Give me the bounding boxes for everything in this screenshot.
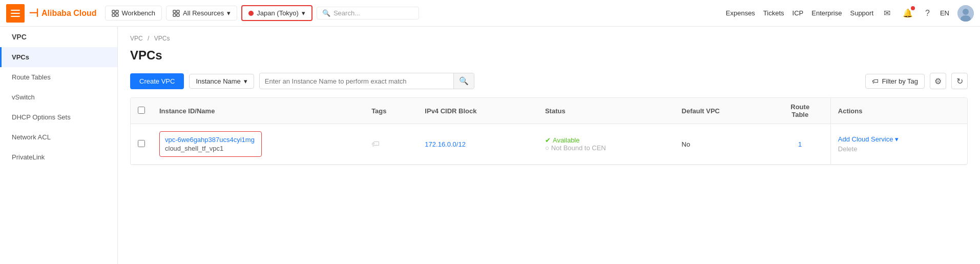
search-bar[interactable]: 🔍 Search... [317, 7, 419, 19]
svg-rect-0 [11, 10, 20, 11]
add-chevron-icon[interactable]: ▾ [895, 135, 899, 143]
svg-rect-4 [116, 10, 118, 13]
sidebar-item-dhcp[interactable]: DHCP Options Sets [0, 107, 117, 127]
status-not-bound-text: Not Bound to CEN [551, 144, 606, 152]
notification-badge [911, 6, 915, 10]
logo-text: Alibaba Cloud [41, 9, 97, 18]
instance-name-dropdown[interactable]: Instance Name ▾ [189, 74, 254, 89]
status-available: ✔ Available [545, 136, 668, 144]
sidebar-item-route-tables[interactable]: Route Tables [0, 67, 117, 87]
avatar[interactable] [957, 5, 974, 22]
create-vpc-button[interactable]: Create VPC [130, 73, 184, 89]
route-table-link[interactable]: 1 [798, 140, 802, 148]
breadcrumb-vpcs[interactable]: VPCs [154, 35, 170, 42]
instance-name-label: Instance Name [196, 77, 240, 85]
message-button[interactable]: ✉ [882, 6, 892, 20]
filter-search-button[interactable]: 🔍 [453, 73, 474, 89]
workbench-label: Workbench [122, 9, 156, 17]
cidr-link[interactable]: 172.16.0.0/12 [425, 140, 466, 148]
table-row: vpc-6we6gahp387ucs4cyi1mg cloud_shell_tf… [131, 124, 967, 165]
nav-support[interactable]: Support [850, 9, 873, 17]
filter-by-tag-button[interactable]: 🏷 Filter by Tag [865, 74, 925, 89]
help-button[interactable]: ? [923, 7, 932, 20]
refresh-icon-button[interactable]: ↻ [951, 73, 968, 89]
all-resources-label: All Resources [183, 9, 224, 17]
nav-links: Expenses Tickets ICP Enterprise Support … [726, 5, 974, 22]
svg-rect-2 [11, 16, 20, 17]
filter-input[interactable] [260, 74, 453, 88]
col-status: Status [538, 98, 675, 124]
add-cloud-service-button[interactable]: Add Cloud Service [838, 135, 893, 143]
sidebar-item-network-acl[interactable]: Network ACL [0, 127, 117, 147]
vpc-table: Instance ID/Name Tags IPv4 CIDR Block St… [130, 97, 968, 165]
main-content: VPC / VPCs VPCs Create VPC Instance Name… [118, 27, 980, 264]
default-vpc-value: No [682, 140, 691, 148]
svg-rect-9 [173, 14, 176, 16]
sidebar: VPC VPCs Route Tables vSwitch DHCP Optio… [0, 27, 118, 264]
region-button[interactable]: Japan (Tokyo) ▾ [241, 5, 312, 21]
notification-button[interactable]: 🔔 [901, 6, 915, 20]
sidebar-item-privatelink[interactable]: PrivateLink [0, 147, 117, 167]
hamburger-button[interactable] [6, 4, 25, 23]
filter-tag-icon: 🏷 [872, 77, 879, 85]
vpc-table-element: Instance ID/Name Tags IPv4 CIDR Block St… [131, 98, 967, 165]
sidebar-item-vpc-top[interactable]: VPC [0, 27, 117, 47]
nav-expenses[interactable]: Expenses [726, 9, 755, 17]
layout: VPC VPCs Route Tables vSwitch DHCP Optio… [0, 27, 980, 264]
table-header-row: Instance ID/Name Tags IPv4 CIDR Block St… [131, 98, 967, 124]
status-not-bound: ○ Not Bound to CEN [545, 144, 668, 152]
workbench-button[interactable]: Workbench [105, 6, 162, 21]
svg-rect-3 [112, 10, 115, 13]
toolbar: Create VPC Instance Name ▾ 🔍 🏷 Filter by… [130, 73, 968, 89]
svg-rect-5 [112, 14, 115, 16]
col-cidr: IPv4 CIDR Block [418, 98, 538, 124]
instance-cell: vpc-6we6gahp387ucs4cyi1mg cloud_shell_tf… [159, 131, 262, 157]
svg-rect-10 [177, 14, 179, 16]
breadcrumb: VPC / VPCs [130, 35, 968, 42]
status-available-text: Available [553, 136, 580, 144]
delete-button[interactable]: Delete [838, 145, 960, 153]
instance-id-link[interactable]: vpc-6we6gahp387ucs4cyi1mg [165, 136, 255, 144]
svg-point-12 [963, 9, 969, 15]
check-icon: ✔ [545, 136, 551, 144]
settings-icon-button[interactable]: ⚙ [930, 73, 946, 89]
nav-tickets[interactable]: Tickets [763, 9, 784, 17]
logo: ⊣ Alibaba Cloud [29, 7, 97, 20]
all-resources-button[interactable]: All Resources ▾ [166, 6, 237, 21]
region-label: Japan (Tokyo) [257, 9, 299, 17]
region-dot-icon [248, 11, 254, 16]
actions-cell: Add Cloud Service ▾ Delete [830, 124, 967, 165]
col-tags: Tags [364, 98, 418, 124]
breadcrumb-sep: / [148, 35, 149, 42]
col-default-vpc: Default VPC [675, 98, 770, 124]
filter-input-area[interactable]: 🔍 [259, 73, 474, 89]
nav-enterprise[interactable]: Enterprise [811, 9, 842, 17]
page-title: VPCs [130, 48, 968, 63]
select-all-checkbox[interactable] [138, 107, 145, 114]
nav-lang[interactable]: EN [940, 9, 949, 17]
nav-icp[interactable]: ICP [793, 9, 804, 17]
sidebar-item-vswitch[interactable]: vSwitch [0, 87, 117, 107]
svg-rect-7 [173, 10, 176, 13]
svg-rect-1 [11, 13, 20, 14]
tag-icon[interactable]: 🏷 [371, 139, 380, 148]
instance-name-chevron-icon: ▾ [244, 77, 247, 85]
col-actions: Actions [830, 98, 967, 124]
top-nav: ⊣ Alibaba Cloud Workbench All Resources … [0, 0, 980, 27]
filter-tag-label: Filter by Tag [882, 77, 918, 85]
col-route-table: RouteTable [770, 98, 831, 124]
logo-icon: ⊣ [29, 7, 38, 20]
svg-rect-6 [116, 14, 118, 16]
svg-rect-8 [177, 10, 179, 13]
breadcrumb-vpc[interactable]: VPC [130, 35, 143, 42]
search-placeholder: Search... [333, 9, 360, 17]
instance-name: cloud_shell_tf_vpc1 [165, 145, 256, 152]
row-checkbox[interactable] [138, 140, 145, 147]
all-resources-chevron-icon: ▾ [227, 9, 231, 17]
not-bound-icon: ○ [545, 144, 549, 152]
search-icon: 🔍 [322, 9, 330, 17]
sidebar-item-vpcs[interactable]: VPCs [0, 47, 117, 67]
region-chevron-icon: ▾ [302, 9, 305, 17]
col-instance: Instance ID/Name [152, 98, 364, 124]
